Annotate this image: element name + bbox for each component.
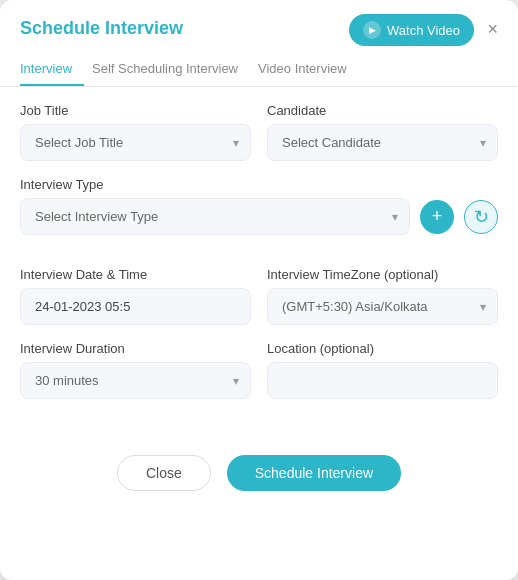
- refresh-icon: ↻: [474, 206, 489, 228]
- schedule-interview-modal: Schedule Interview × ▶ Watch Video Inter…: [0, 0, 518, 580]
- modal-footer: Close Schedule Interview: [0, 439, 518, 499]
- job-candidate-row: Job Title Select Job Title ▾ Candidate S…: [20, 103, 498, 161]
- location-label: Location (optional): [267, 341, 498, 356]
- tab-self-scheduling[interactable]: Self Scheduling Interview: [92, 53, 250, 86]
- job-title-select-wrapper: Select Job Title ▾: [20, 124, 251, 161]
- candidate-select[interactable]: Select Candidate: [267, 124, 498, 161]
- interview-timezone-label: Interview TimeZone (optional): [267, 267, 498, 282]
- interview-timezone-select[interactable]: (GMT+5:30) Asia/Kolkata: [267, 288, 498, 325]
- location-input[interactable]: [267, 362, 498, 399]
- interview-type-row: Select Interview Type ▾ + ↻: [20, 198, 498, 235]
- duration-location-row: Interview Duration 30 minutes ▾ Location…: [20, 341, 498, 399]
- interview-date-label: Interview Date & Time: [20, 267, 251, 282]
- location-group: Location (optional): [267, 341, 498, 399]
- interview-type-group: Interview Type Select Interview Type ▾ +…: [20, 177, 498, 251]
- tab-video-interview[interactable]: Video Interview: [258, 53, 359, 86]
- play-icon: ▶: [363, 21, 381, 39]
- add-icon: +: [432, 206, 443, 227]
- schedule-interview-button[interactable]: Schedule Interview: [227, 455, 401, 491]
- job-title-group: Job Title Select Job Title ▾: [20, 103, 251, 161]
- interview-date-group: Interview Date & Time: [20, 267, 251, 325]
- candidate-select-wrapper: Select Candidate ▾: [267, 124, 498, 161]
- candidate-label: Candidate: [267, 103, 498, 118]
- refresh-interview-type-button[interactable]: ↻: [464, 200, 498, 234]
- job-title-label: Job Title: [20, 103, 251, 118]
- watch-video-label: Watch Video: [387, 23, 460, 38]
- form-body: Job Title Select Job Title ▾ Candidate S…: [0, 87, 518, 431]
- interview-duration-label: Interview Duration: [20, 341, 251, 356]
- interview-duration-select[interactable]: 30 minutes: [20, 362, 251, 399]
- interview-timezone-group: Interview TimeZone (optional) (GMT+5:30)…: [267, 267, 498, 325]
- date-timezone-row: Interview Date & Time Interview TimeZone…: [20, 267, 498, 325]
- interview-type-select[interactable]: Select Interview Type: [20, 198, 410, 235]
- candidate-group: Candidate Select Candidate ▾: [267, 103, 498, 161]
- tabs-container: Interview Self Scheduling Interview Vide…: [0, 53, 518, 87]
- modal-title: Schedule Interview: [20, 18, 183, 39]
- close-icon[interactable]: ×: [487, 20, 498, 38]
- watch-video-button[interactable]: ▶ Watch Video: [349, 14, 474, 46]
- tab-interview[interactable]: Interview: [20, 53, 84, 86]
- interview-type-label: Interview Type: [20, 177, 498, 192]
- add-interview-type-button[interactable]: +: [420, 200, 454, 234]
- interview-timezone-select-wrapper: (GMT+5:30) Asia/Kolkata ▾: [267, 288, 498, 325]
- interview-type-select-wrapper: Select Interview Type ▾: [20, 198, 410, 235]
- interview-date-input[interactable]: [20, 288, 251, 325]
- interview-duration-select-wrapper: 30 minutes ▾: [20, 362, 251, 399]
- job-title-select[interactable]: Select Job Title: [20, 124, 251, 161]
- interview-duration-group: Interview Duration 30 minutes ▾: [20, 341, 251, 399]
- close-button[interactable]: Close: [117, 455, 211, 491]
